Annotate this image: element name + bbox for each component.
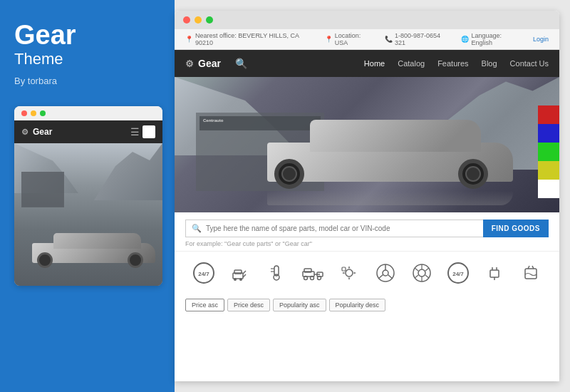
icon-247-svg-1: 24/7: [191, 260, 217, 286]
icon-steering-svg: [373, 260, 398, 286]
mobile-hero-image: [14, 143, 162, 286]
navbar-link-home[interactable]: Home: [364, 59, 385, 68]
search-input[interactable]: [206, 225, 477, 232]
svg-line-30: [425, 275, 429, 278]
svg-point-9: [274, 274, 279, 280]
icons-row: 24/7: [175, 251, 559, 294]
search-bar: 🔍 FIND GOODS: [185, 220, 549, 237]
filter-tags: Price asc Price desc Popularity asc Popu…: [175, 294, 559, 317]
navbar-link-catalog[interactable]: Catalog: [398, 59, 425, 68]
language-text: Language: English: [471, 32, 522, 46]
topbar-phone: 📞 1-800-987-0654 321: [385, 32, 450, 46]
icon-settings-symbol: [335, 259, 363, 287]
svg-line-29: [425, 268, 429, 271]
mobile-car-roof: [53, 233, 141, 249]
search-example: For example: "Gear cute parts" or "Gear …: [185, 240, 549, 247]
topbar-language: 🌐 Language: English: [461, 32, 522, 46]
filter-price-asc[interactable]: Price asc: [185, 299, 224, 311]
icon-247-svg-2: 24/7: [445, 260, 471, 286]
icon-settings-part: [335, 259, 363, 287]
hero-car: [246, 116, 517, 195]
icon-electric: [480, 259, 509, 287]
swatch-green: [538, 143, 559, 161]
svg-point-18: [317, 277, 321, 280]
browser-dot-green: [206, 16, 213, 24]
navbar-search-icon[interactable]: 🔍: [235, 58, 247, 69]
navbar-link-features[interactable]: Features: [437, 59, 468, 68]
mobile-dot-yellow: [31, 110, 36, 116]
website-topbar: 📍 Nearest office: BEVERLY HILLS, CA 9021…: [175, 29, 559, 50]
mobile-topbar: ⚙ Gear ☰: [14, 120, 162, 143]
find-goods-button[interactable]: FIND GOODS: [483, 220, 549, 237]
navbar-links: Home Catalog Features Blog Contact Us: [364, 59, 549, 68]
search-input-wrapper: 🔍: [185, 220, 483, 237]
icon-settings-svg: [336, 260, 362, 286]
svg-point-14: [304, 277, 307, 280]
swatch-blue: [538, 124, 559, 143]
mobile-browser-bar: [14, 106, 162, 120]
svg-text:24/7: 24/7: [452, 271, 464, 277]
browser-dot-yellow: [195, 16, 202, 24]
location-text: Location: USA: [335, 32, 374, 46]
hero-wheel-front: [458, 159, 488, 189]
left-panel: Gear Theme By torbara ⚙ Gear ☰: [0, 0, 175, 392]
topbar-location: 📍 Location: USA: [325, 32, 374, 46]
svg-text:24/7: 24/7: [198, 271, 209, 277]
icon-247-2-symbol: 24/7: [444, 259, 472, 287]
icon-towing: [299, 259, 327, 287]
svg-line-24: [378, 275, 383, 279]
mobile-brand: ⚙ Gear: [21, 127, 52, 137]
icon-temperature-svg: [264, 260, 289, 286]
office-icon: 📍: [185, 36, 193, 43]
icon-247-1: 24/7: [190, 259, 218, 287]
phone-text: 1-800-987-0654 321: [395, 32, 450, 46]
icon-charging-symbol: [226, 259, 254, 287]
icon-electric-svg: [482, 260, 507, 286]
mobile-building: [21, 172, 64, 207]
icon-247-2: 24/7: [444, 259, 472, 287]
phone-icon: 📞: [385, 36, 393, 43]
svg-point-6: [234, 278, 237, 281]
navbar-brand-label: Gear: [198, 58, 221, 69]
hero-car-reflection: [267, 191, 513, 205]
mobile-brand-label: Gear: [33, 127, 52, 137]
login-link[interactable]: Login: [533, 36, 549, 43]
website-navbar: ⚙ Gear 🔍 Home Catalog Features Blog Cont…: [175, 50, 559, 77]
mobile-hamburger-icon: ☰: [130, 126, 140, 138]
icon-wheel-svg: [409, 260, 435, 286]
svg-rect-3: [234, 270, 242, 274]
icon-coolant: [517, 259, 545, 287]
icon-charging: [226, 259, 254, 287]
filter-popularity-desc[interactable]: Popularity desc: [329, 299, 386, 311]
icon-coolant-symbol: [517, 259, 545, 287]
hero-wheel-rear-inner: [281, 166, 297, 182]
navbar-link-blog[interactable]: Blog: [482, 59, 497, 68]
mobile-preview: ⚙ Gear ☰: [14, 106, 162, 286]
filter-price-desc[interactable]: Price desc: [227, 299, 270, 311]
topbar-office: 📍 Nearest office: BEVERLY HILLS, CA 9021…: [185, 32, 314, 46]
filter-popularity-asc[interactable]: Popularity asc: [273, 299, 326, 311]
search-icon: 🔍: [192, 224, 202, 233]
mobile-wheel-rear: [37, 252, 53, 268]
navbar-link-contact[interactable]: Contact Us: [510, 59, 549, 68]
mobile-dot-green: [40, 110, 46, 116]
svg-point-19: [346, 269, 353, 277]
icon-247-1-symbol: 24/7: [190, 259, 218, 287]
svg-line-25: [388, 275, 393, 279]
search-section: 🔍 FIND GOODS For example: "Gear cute par…: [175, 212, 559, 251]
mobile-dot-red: [21, 110, 27, 116]
svg-line-4: [243, 271, 246, 274]
theme-title: Gear: [14, 21, 76, 48]
browser-titlebar: [175, 11, 559, 29]
icon-temperature: [262, 259, 291, 287]
icon-towing-svg: [300, 260, 326, 286]
svg-rect-13: [304, 269, 311, 272]
svg-point-22: [383, 270, 388, 276]
swatch-yellow: [538, 161, 559, 180]
icon-wheel: [408, 259, 436, 287]
icon-wheel-symbol: [408, 259, 436, 287]
swatch-white: [538, 180, 559, 198]
mobile-gear-icon: ⚙: [21, 128, 28, 137]
mobile-search-button[interactable]: [142, 125, 155, 138]
browser-window: 📍 Nearest office: BEVERLY HILLS, CA 9021…: [175, 11, 559, 381]
